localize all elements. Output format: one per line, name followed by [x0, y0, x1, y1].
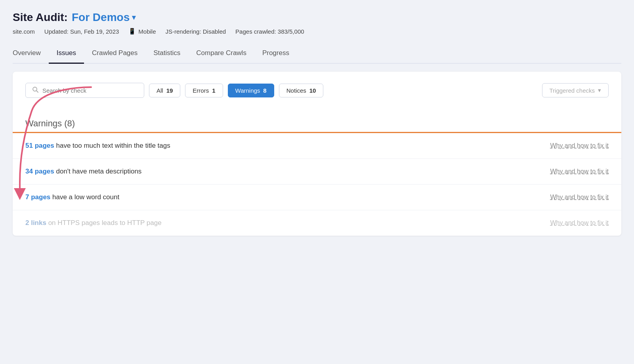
filter-errors-label: Errors [193, 87, 209, 94]
page-title-row: Site Audit: For Demos ▾ [13, 11, 621, 24]
project-name-link[interactable]: For Demos ▾ [72, 11, 136, 24]
filter-errors-button[interactable]: Errors 1 [185, 84, 223, 97]
issue-text-meta: 34 pages don't have meta descriptions [25, 168, 544, 175]
filter-all-count: 19 [166, 87, 173, 94]
search-icon [32, 86, 38, 94]
js-rendering: JS-rendering: Disabled [166, 28, 226, 35]
filter-notices-button[interactable]: Notices 10 [279, 84, 324, 97]
fix-link-2[interactable]: Why and how to fix it [550, 194, 609, 201]
filter-errors-count: 1 [212, 87, 215, 94]
issue-text-title: 51 pages have too much text within the t… [25, 142, 544, 150]
issue-desc-3: on HTTPS pages leads to HTTP page [46, 219, 162, 227]
issue-pages-link-7[interactable]: 7 pages [25, 193, 50, 201]
svg-line-2 [36, 91, 38, 92]
site-audit-label: Site Audit: [13, 11, 68, 24]
filter-all-button[interactable]: All 19 [149, 84, 180, 97]
warnings-section: Warnings (8) [13, 109, 621, 133]
mobile-item: 📱 Mobile [128, 28, 156, 35]
filter-warnings-label: Warnings [235, 87, 260, 94]
issues-list: 51 pages have too much text within the t… [13, 133, 621, 236]
main-content: All 19 Errors 1 Warnings 8 Notices 10 Tr… [13, 72, 621, 236]
triggered-checks-chevron-icon: ▾ [598, 87, 601, 94]
filter-notices-label: Notices [286, 87, 306, 94]
filter-warnings-count: 8 [263, 87, 266, 94]
issue-item-title-too-long: 51 pages have too much text within the t… [13, 133, 621, 159]
issue-pages-link-34[interactable]: 34 pages [25, 168, 54, 175]
fix-link-1[interactable]: Why and how to fix it [550, 168, 609, 175]
tab-compare-crawls[interactable]: Compare Crawls [188, 44, 254, 64]
project-name: For Demos [72, 11, 130, 24]
warnings-title: Warnings (8) [25, 118, 609, 129]
tab-issues[interactable]: Issues [49, 44, 84, 64]
search-input[interactable] [42, 87, 130, 94]
tab-statistics[interactable]: Statistics [145, 44, 188, 64]
mobile-label: Mobile [138, 28, 156, 35]
issue-pages-link-51[interactable]: 51 pages [25, 142, 54, 149]
fix-link-3[interactable]: Why and how to fix it [550, 219, 609, 227]
issue-desc-1: don't have meta descriptions [54, 168, 142, 175]
issue-item-no-meta-desc: 34 pages don't have meta descriptions Wh… [13, 159, 621, 185]
project-chevron-icon: ▾ [132, 13, 136, 22]
updated-date: Updated: Sun, Feb 19, 2023 [44, 28, 119, 35]
filter-warnings-button[interactable]: Warnings 8 [228, 84, 274, 97]
issue-desc-2: have a low word count [50, 193, 119, 201]
issue-text-http: 2 links on HTTPS pages leads to HTTP pag… [25, 219, 544, 227]
mobile-icon: 📱 [128, 28, 136, 35]
header-section: Site Audit: For Demos ▾ site.com Updated… [13, 11, 621, 35]
triggered-checks-label: Triggered checks [550, 87, 595, 94]
triggered-checks-button[interactable]: Triggered checks ▾ [542, 83, 609, 97]
warnings-count-val: (8) [64, 118, 75, 128]
filter-all-label: All [157, 87, 163, 94]
tab-progress[interactable]: Progress [254, 44, 297, 64]
filter-notices-count: 10 [309, 87, 316, 94]
issue-item-low-word-count: 7 pages have a low word count Why and ho… [13, 185, 621, 210]
meta-row: site.com Updated: Sun, Feb 19, 2023 📱 Mo… [13, 28, 621, 35]
issue-text-word: 7 pages have a low word count [25, 193, 544, 201]
search-box [25, 83, 144, 98]
pages-crawled: Pages crawled: 383/5,000 [235, 28, 304, 35]
issue-pages-link-2[interactable]: 2 links [25, 219, 46, 227]
site-url: site.com [13, 28, 35, 35]
issue-desc-0: have too much text within the title tags [54, 142, 170, 149]
fix-link-0[interactable]: Why and how to fix it [550, 142, 609, 149]
nav-tabs: Overview Issues Crawled Pages Statistics… [13, 44, 621, 64]
filters-row: All 19 Errors 1 Warnings 8 Notices 10 Tr… [13, 72, 621, 109]
tab-crawled-pages[interactable]: Crawled Pages [84, 44, 145, 64]
issue-item-http-links: 2 links on HTTPS pages leads to HTTP pag… [13, 210, 621, 236]
tab-overview[interactable]: Overview [13, 44, 49, 64]
warnings-title-text: Warnings [25, 118, 62, 128]
